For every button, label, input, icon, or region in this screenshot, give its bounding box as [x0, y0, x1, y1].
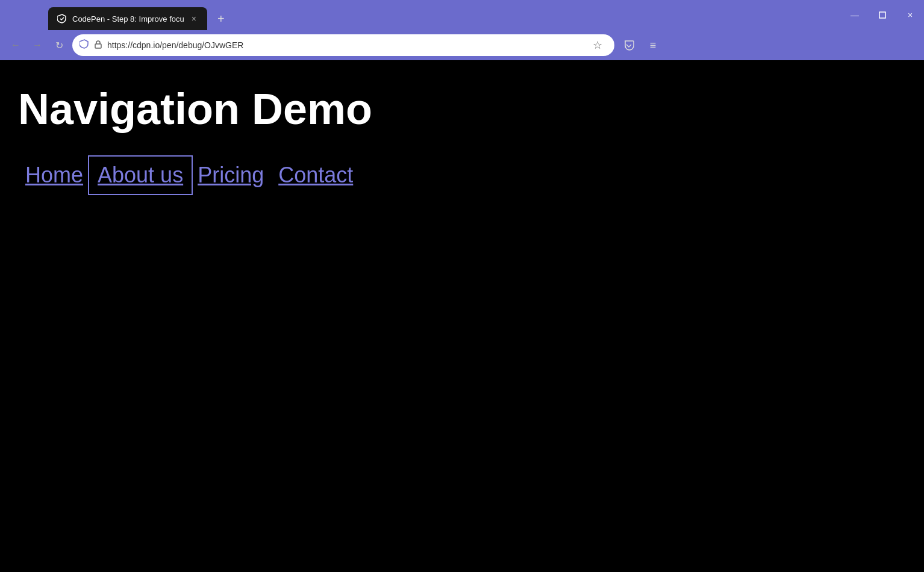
minimize-button[interactable]: —: [841, 5, 869, 25]
tab-title: CodePen - Step 8: Improve focu: [72, 14, 184, 23]
nav-link-pricing[interactable]: Pricing: [190, 158, 271, 193]
page-title: Navigation Demo: [18, 84, 906, 134]
refresh-button[interactable]: ↻: [51, 37, 67, 54]
lock-icon: [94, 40, 102, 51]
svg-rect-1: [95, 44, 101, 48]
address-bar: ← → ↻ https://cdpn.io/pen/debug/OJvwGER …: [0, 30, 924, 60]
window-controls: — ×: [841, 5, 924, 25]
tab-favicon: [57, 13, 67, 24]
forward-button[interactable]: →: [29, 37, 46, 54]
nav-link-about[interactable]: About us: [90, 158, 190, 193]
page-content: Navigation Demo Home About us Pricing Co…: [0, 60, 924, 572]
back-button[interactable]: ←: [7, 37, 24, 54]
nav-link-home[interactable]: Home: [18, 158, 90, 193]
menu-button[interactable]: ≡: [643, 36, 663, 55]
navigation: Home About us Pricing Contact: [18, 158, 906, 193]
maximize-button[interactable]: [869, 5, 896, 25]
browser-tab[interactable]: CodePen - Step 8: Improve focu ×: [48, 7, 207, 30]
shield-icon: [80, 39, 89, 51]
close-button[interactable]: ×: [896, 5, 924, 25]
svg-rect-0: [879, 12, 885, 18]
nav-link-contact[interactable]: Contact: [271, 158, 360, 193]
tab-close-button[interactable]: ×: [189, 14, 199, 23]
url-display: https://cdpn.io/pen/debug/OJvwGER: [107, 40, 583, 50]
bookmark-button[interactable]: ☆: [588, 36, 607, 54]
pocket-button[interactable]: [619, 36, 638, 55]
address-input-container[interactable]: https://cdpn.io/pen/debug/OJvwGER ☆: [72, 34, 614, 56]
new-tab-button[interactable]: +: [212, 10, 230, 28]
